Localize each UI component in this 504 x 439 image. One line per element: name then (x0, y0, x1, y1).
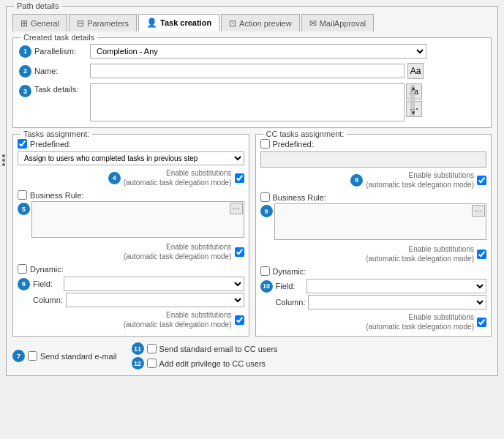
cc-business-rule-ellipsis-button[interactable]: ⋯ (472, 205, 485, 217)
add-edit-privilege-checkbox[interactable] (147, 359, 157, 368)
tasks-enable-subs2-label: Enable substitutions (166, 243, 232, 251)
cc-enable-subs2-sub-label: (automatic task delegation mode) (366, 255, 474, 263)
tab-parameters-label: Parameters (87, 19, 129, 28)
tasks-assignment-label: Tasks assignment: (20, 130, 92, 138)
tasks-enable-subs-label: Enable substitutions (166, 169, 232, 177)
parallelism-select[interactable]: Completion - Any Completion - All Comple… (90, 44, 426, 59)
badge-5: 5 (18, 203, 30, 215)
cc-column-label: Column: (276, 298, 306, 307)
tab-action-preview-label: Action preview (239, 19, 292, 28)
tasks-field-select[interactable] (64, 277, 244, 291)
cc-business-rule-checkbox[interactable] (260, 192, 270, 202)
cc-business-rule-textarea[interactable] (274, 203, 487, 240)
cc-enable-subs2-checkbox[interactable] (477, 249, 486, 259)
tasks-column-label: Column: (33, 296, 63, 304)
cc-enable-subs-label: Enable substitutions (408, 171, 474, 179)
tasks-predefined-select[interactable]: Assign to users who completed tasks in p… (18, 151, 244, 165)
name-label: Name: (34, 67, 87, 75)
tasks-business-rule-ellipsis-button[interactable]: ⋯ (230, 203, 243, 214)
cc-tasks-assignment-label: CC tasks assignment: (263, 130, 347, 138)
tab-general-label: General (31, 19, 59, 28)
cc-field-select[interactable] (306, 279, 487, 293)
send-email-checkbox[interactable] (28, 351, 37, 361)
tasks-dynamic-label: Dynamic: (30, 265, 64, 274)
tab-task-creation-label: Task creation (160, 18, 211, 27)
path-details-label: Path details (14, 1, 61, 10)
tasks-business-rule-textarea[interactable] (31, 201, 244, 238)
tab-action-preview[interactable]: ⊡ Action preview (221, 14, 300, 31)
tab-mail-approval-label: MailApproval (320, 19, 366, 28)
name-translate-button[interactable]: Aa (407, 63, 424, 79)
tab-bar: ⊞ General ⊟ Parameters 👤 Task creation ⊡… (12, 7, 492, 31)
action-preview-icon: ⊡ (229, 18, 236, 29)
badge-8: 8 (350, 174, 363, 187)
parallelism-label: Parallelism: (34, 47, 87, 56)
tasks-dynamic-checkbox[interactable] (18, 264, 27, 274)
general-icon: ⊞ (20, 18, 28, 29)
badge-12: 12 (132, 357, 144, 369)
cc-enable-subs3-sub-label: (automatic task delegation mode) (366, 323, 474, 331)
cc-enable-subs2-label: Enable substitutions (408, 245, 474, 253)
tasks-enable-subs3-sub-label: (automatic task delegation mode) (124, 320, 232, 329)
tasks-business-rule-label: Business Rule: (30, 191, 83, 200)
task-details-textarea[interactable] (90, 83, 405, 121)
cc-field-label: Field: (276, 282, 304, 290)
resize-handle (2, 154, 5, 166)
tasks-enable-subs2-sub-label: (automatic task delegation mode) (124, 252, 232, 260)
tasks-business-rule-checkbox[interactable] (18, 190, 27, 200)
badge-2: 2 (19, 65, 31, 78)
cc-enable-subs-checkbox[interactable] (477, 176, 486, 185)
task-creation-icon: 👤 (146, 18, 157, 28)
badge-9: 9 (260, 205, 273, 217)
mail-approval-icon: ✉ (309, 18, 317, 29)
send-cc-email-label: Send standard email to CC users (159, 345, 278, 353)
tasks-enable-subs-checkbox[interactable] (235, 173, 244, 183)
cc-enable-subs3-label: Enable substitutions (408, 313, 474, 321)
tasks-enable-subs3-checkbox[interactable] (235, 315, 244, 325)
tasks-predefined-label: Predefined: (30, 140, 71, 149)
tasks-field-label: Field: (33, 279, 61, 288)
created-task-details-label: Created task details (20, 33, 97, 42)
task-details-label: Task details: (34, 85, 87, 94)
cc-predefined-label: Predefined: (273, 140, 314, 149)
send-cc-email-checkbox[interactable] (147, 344, 157, 353)
send-email-label: Send standard e-mail (40, 352, 117, 361)
cc-enable-subs3-checkbox[interactable] (477, 318, 486, 327)
badge-1: 1 (19, 45, 31, 58)
tasks-enable-subs3-label: Enable substitutions (166, 311, 232, 319)
badge-11: 11 (132, 342, 144, 355)
tab-mail-approval[interactable]: ✉ MailApproval (301, 14, 375, 31)
parameters-icon: ⊟ (77, 18, 84, 29)
tab-general[interactable]: ⊞ General (12, 14, 67, 31)
badge-3: 3 (19, 85, 31, 97)
tasks-enable-subs-sub-label: (automatic task delegation mode) (124, 179, 232, 187)
badge-10: 10 (260, 280, 273, 293)
tasks-enable-subs2-checkbox[interactable] (235, 247, 244, 257)
badge-6: 6 (18, 278, 30, 290)
cc-dynamic-checkbox[interactable] (260, 266, 270, 276)
badge-7: 7 (12, 350, 25, 362)
cc-business-rule-label: Business Rule: (273, 193, 326, 202)
tab-task-creation[interactable]: 👤 Task creation (138, 14, 219, 31)
cc-dynamic-label: Dynamic: (273, 267, 306, 276)
tasks-column-select[interactable] (66, 293, 244, 307)
tasks-predefined-checkbox[interactable] (18, 139, 27, 149)
badge-4: 4 (108, 172, 121, 184)
cc-predefined-checkbox[interactable] (260, 139, 270, 149)
add-edit-privilege-label: Add edit privilege to CC users (159, 359, 266, 368)
tab-parameters[interactable]: ⊟ Parameters (69, 14, 137, 31)
cc-enable-subs-sub-label: (automatic task delegation mode) (366, 181, 474, 189)
cc-column-select[interactable] (308, 295, 486, 309)
name-input[interactable] (90, 64, 405, 78)
